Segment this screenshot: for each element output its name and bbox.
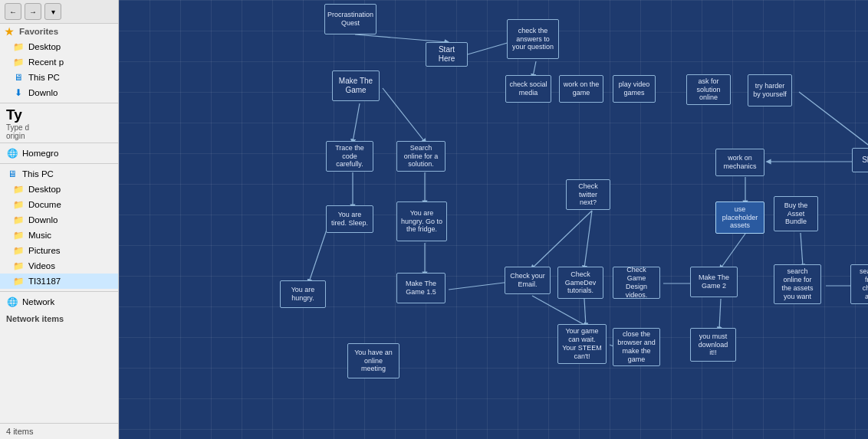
node-check-gamedev[interactable]: Check GameDev tutorials. [557, 267, 603, 299]
node-buy-asset[interactable]: Buy the Asset Bundle [774, 196, 818, 231]
node-start-here[interactable]: Start Here [426, 42, 468, 67]
node-check-email[interactable]: Check your Email. [505, 267, 551, 294]
download-icon: ⬇ [12, 87, 25, 99]
node-must-download[interactable]: you must download it!! [690, 328, 736, 362]
folder-icon: 📁 [12, 183, 25, 195]
svg-line-0 [355, 34, 447, 42]
svg-line-3 [353, 103, 360, 142]
node-search-cheaper[interactable]: search for free or cheaper assets [850, 264, 868, 304]
svg-line-12 [801, 233, 803, 267]
node-search-assets[interactable]: search online for the assets you want [774, 264, 821, 304]
node-you-hungry2[interactable]: You are hungry. [280, 280, 326, 308]
sidebar-nav: ← → ▾ [0, 0, 118, 24]
sidebar-item-music[interactable]: 📁 Music [0, 228, 118, 243]
svg-line-16 [584, 299, 586, 326]
sidebar-item-videos[interactable]: 📁 Videos [0, 258, 118, 274]
favorites-star-icon: ★ [3, 25, 15, 38]
folder-icon: 📁 [12, 214, 25, 226]
node-you-hungry-fridge[interactable]: You are hungry. Go to the fridge. [396, 201, 447, 241]
node-work-mechanics[interactable]: work on mechanics [715, 149, 764, 176]
node-check-game-design[interactable]: Check Game Design videos. [613, 267, 660, 299]
node-ask-solution[interactable]: ask for solution online [686, 74, 731, 105]
sidebar-item-documents[interactable]: 📁 Docume [0, 197, 118, 212]
node-work-on-game[interactable]: work on the game [559, 75, 603, 103]
svg-line-20 [799, 92, 868, 149]
folder-icon: 📁 [12, 198, 25, 211]
node-use-placeholder[interactable]: use placeholder assets [715, 201, 764, 234]
svg-line-10 [584, 211, 592, 268]
sidebar-footer: 4 items [0, 423, 118, 439]
folder-icon: 📁 [12, 56, 25, 68]
flowchart-area: Procrastination Quest Start Here check t… [119, 0, 868, 439]
type-label: Ty [0, 106, 118, 123]
sidebar-item-ti31187[interactable]: 📁 TI31187 [0, 274, 118, 289]
folder-icon: 📁 [12, 229, 25, 241]
sidebar-item-desktop2[interactable]: 📁 Desktop [0, 182, 118, 197]
sidebar: ← → ▾ ★ Favorites 📁 Desktop 📁 Recent p 🖥… [0, 0, 119, 439]
node-make-game-15[interactable]: Make The Game 1.5 [396, 273, 446, 303]
type-sub: Type d [0, 123, 118, 132]
folder-icon: 📁 [12, 41, 25, 53]
svg-line-15 [532, 296, 586, 326]
sidebar-item-downloads[interactable]: 📁 Downlo [0, 212, 118, 228]
node-try-harder[interactable]: try harder by yourself [748, 74, 792, 106]
computer-icon: 🖥 [6, 168, 18, 180]
node-make-the-game[interactable]: Make The Game [332, 70, 380, 101]
monitor-icon: 🖥 [12, 71, 25, 84]
node-you-tired[interactable]: You are tired. Sleep. [326, 205, 373, 233]
svg-line-25 [449, 282, 510, 290]
sidebar-item-homegroup[interactable]: 🌐 Homegro [0, 146, 118, 161]
svg-line-4 [383, 88, 425, 142]
sidebar-item-recent[interactable]: 📁 Recent p [0, 54, 118, 70]
sidebar-item-pictures[interactable]: 📁 Pictures [0, 243, 118, 258]
dropdown-button[interactable]: ▾ [44, 3, 61, 20]
svg-line-9 [532, 211, 592, 268]
back-button[interactable]: ← [5, 3, 21, 20]
svg-line-14 [719, 299, 721, 329]
sidebar-item-downloads-fav[interactable]: ⬇ Downlo [0, 85, 118, 100]
node-check-social[interactable]: check social media [505, 75, 551, 103]
node-check-answers[interactable]: check the answers to your question [507, 19, 559, 59]
node-play-video[interactable]: play video games [613, 75, 656, 103]
svg-line-11 [721, 234, 745, 268]
forward-button[interactable]: → [25, 3, 41, 20]
svg-line-1 [468, 42, 510, 54]
divider-3 [0, 163, 118, 164]
node-online-meeting[interactable]: You have an online meeting [347, 343, 399, 378]
sidebar-item-desktop[interactable]: 📁 Desktop [0, 39, 118, 54]
node-procrastination-quest[interactable]: Procrastination Quest [324, 4, 376, 34]
node-sleep[interactable]: Sleep [852, 148, 868, 172]
divider-2 [0, 143, 118, 143]
network-icon: 🌐 [6, 296, 18, 308]
divider-4 [0, 291, 118, 292]
item-count: 4 items [6, 427, 33, 436]
node-check-twitter[interactable]: Check twitter next? [566, 179, 610, 210]
network-items-label: Network items [0, 310, 118, 325]
svg-line-2 [533, 61, 536, 77]
folder-icon: 📁 [12, 244, 25, 257]
node-make-game-2[interactable]: Make The Game 2 [690, 267, 738, 297]
sidebar-item-thispc-fav[interactable]: 🖥 This PC [0, 70, 118, 85]
type-origin: origin [0, 132, 118, 140]
folder-icon: 📁 [12, 260, 25, 272]
sidebar-item-network[interactable]: 🌐 Network [0, 294, 118, 310]
favorites-header: ★ Favorites [0, 24, 118, 39]
node-close-browser[interactable]: close the browser and make the game [613, 328, 660, 366]
sidebar-item-thispc[interactable]: 🖥 This PC [0, 166, 118, 182]
homegroup-icon: 🌐 [6, 147, 18, 159]
divider-1 [0, 103, 118, 103]
node-search-online[interactable]: Search online for a solution. [396, 141, 446, 172]
folder-icon: 📁 [12, 275, 25, 287]
node-trace-code[interactable]: Trace the code carefully. [326, 141, 373, 172]
node-game-can-wait[interactable]: Your game can wait. Your STEEM can't! [557, 324, 607, 364]
